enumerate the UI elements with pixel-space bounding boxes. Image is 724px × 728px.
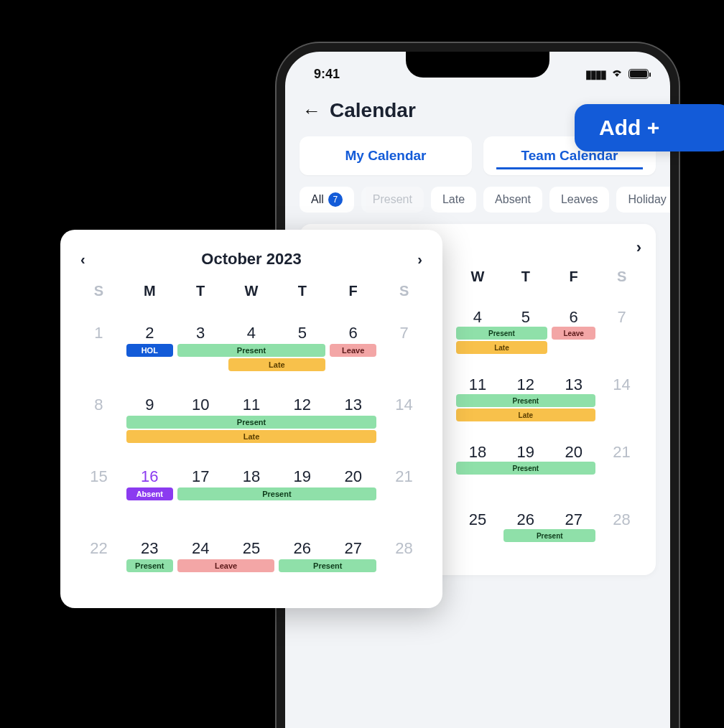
day-cell[interactable]: 27: [549, 510, 598, 529]
day-cell[interactable]: 8: [73, 396, 124, 414]
day-cell[interactable]: 5: [277, 324, 328, 342]
status-band: Late: [456, 341, 548, 354]
overlay-month-label: October 2023: [201, 250, 301, 269]
status-band: Present: [456, 462, 596, 475]
day-cell[interactable]: 20: [328, 467, 379, 486]
status-band: Late: [126, 430, 376, 443]
day-cell[interactable]: 20: [549, 443, 598, 462]
day-cell[interactable]: 18: [454, 443, 502, 462]
status-band: Present: [126, 559, 173, 572]
day-cell[interactable]: 11: [226, 396, 277, 414]
status-band: Present: [279, 559, 376, 572]
tab-my-calendar[interactable]: My Calendar: [300, 136, 472, 175]
day-cell[interactable]: 4: [454, 308, 502, 327]
status-time: 9:41: [314, 67, 340, 82]
day-cell[interactable]: 13: [328, 396, 379, 414]
calendar-week: 15161718192021AbsentPresent: [73, 449, 430, 521]
day-cell[interactable]: 25: [454, 510, 502, 529]
status-band: Absent: [126, 487, 173, 500]
day-cell[interactable]: 6: [549, 308, 598, 327]
status-band: Leave: [552, 327, 595, 340]
day-cell[interactable]: 10: [175, 396, 226, 414]
filter-all[interactable]: All 7: [300, 187, 354, 213]
status-band: Present: [126, 416, 376, 429]
day-cell[interactable]: 19: [501, 443, 549, 462]
day-cell[interactable]: 21: [379, 467, 430, 486]
day-cell[interactable]: 17: [175, 467, 226, 486]
status-band: Present: [177, 487, 376, 500]
day-cell[interactable]: 22: [73, 539, 124, 558]
status-band: Present: [503, 529, 595, 542]
day-cell[interactable]: 27: [328, 539, 379, 558]
overlay-calendar-card: ‹ October 2023 › SMTWTFS 1234567HOLPrese…: [60, 230, 442, 608]
filter-absent[interactable]: Absent: [483, 187, 542, 213]
day-cell[interactable]: 28: [379, 539, 430, 558]
day-cell[interactable]: 18: [226, 467, 277, 486]
day-cell[interactable]: 5: [501, 308, 549, 327]
day-cell[interactable]: 26: [277, 539, 328, 558]
day-cell[interactable]: 9: [124, 396, 175, 414]
day-cell[interactable]: 2: [124, 324, 175, 342]
status-band: Present: [456, 394, 596, 407]
day-cell[interactable]: 6: [328, 324, 379, 342]
filter-row[interactable]: All 7 Present Late Absent Leaves Holiday: [285, 187, 670, 224]
filter-holiday[interactable]: Holiday: [616, 187, 670, 213]
day-cell[interactable]: 13: [549, 375, 598, 394]
calendar-week: 22232425262728PresentLeavePresent: [73, 521, 430, 592]
wifi-icon: [610, 67, 624, 80]
day-cell[interactable]: 14: [598, 375, 646, 394]
screen-title: Calendar: [330, 99, 416, 122]
filter-late[interactable]: Late: [431, 187, 476, 213]
status-band: Present: [177, 344, 326, 357]
filter-all-label: All: [311, 193, 324, 206]
day-cell[interactable]: 7: [598, 308, 646, 327]
add-button-label: Add +: [599, 116, 659, 140]
filter-all-badge: 7: [328, 192, 343, 207]
phone-next-month-icon[interactable]: ›: [636, 238, 641, 257]
status-band: Late: [456, 409, 596, 421]
day-cell[interactable]: 21: [598, 443, 646, 462]
filter-present[interactable]: Present: [361, 187, 424, 213]
back-arrow-icon[interactable]: ←: [302, 100, 321, 122]
add-button[interactable]: Add +: [575, 104, 724, 151]
next-month-icon[interactable]: ›: [417, 251, 422, 268]
day-cell[interactable]: 7: [379, 324, 430, 342]
calendar-week: 1234567HOLPresentLateLeave: [73, 305, 430, 377]
day-cell[interactable]: 28: [598, 510, 646, 529]
day-cell[interactable]: 19: [277, 467, 328, 486]
day-cell[interactable]: 16: [124, 467, 175, 486]
status-band: HOL: [126, 344, 173, 357]
overlay-dow-row: SMTWTFS: [73, 283, 430, 305]
day-cell[interactable]: 25: [226, 539, 277, 558]
status-band: Present: [456, 327, 548, 340]
day-cell[interactable]: 1: [73, 324, 124, 342]
day-cell[interactable]: 23: [124, 539, 175, 558]
day-cell[interactable]: 14: [379, 396, 430, 414]
day-cell[interactable]: 12: [501, 375, 549, 394]
status-band: Late: [228, 358, 326, 371]
calendar-week: 891011121314PresentLate: [73, 377, 430, 449]
day-cell[interactable]: 15: [73, 467, 124, 486]
day-cell[interactable]: 24: [175, 539, 226, 558]
filter-leaves[interactable]: Leaves: [549, 187, 610, 213]
day-cell[interactable]: 12: [277, 396, 328, 414]
day-cell[interactable]: 11: [454, 375, 502, 394]
notch: [406, 52, 549, 78]
day-cell[interactable]: 26: [501, 510, 549, 529]
battery-icon: [628, 69, 649, 79]
day-cell[interactable]: 3: [175, 324, 226, 342]
day-cell[interactable]: 4: [226, 324, 277, 342]
signal-icon: ▮▮▮▮: [585, 67, 605, 81]
prev-month-icon[interactable]: ‹: [80, 251, 85, 268]
status-band: Leave: [177, 559, 275, 572]
status-band: Leave: [330, 344, 376, 357]
